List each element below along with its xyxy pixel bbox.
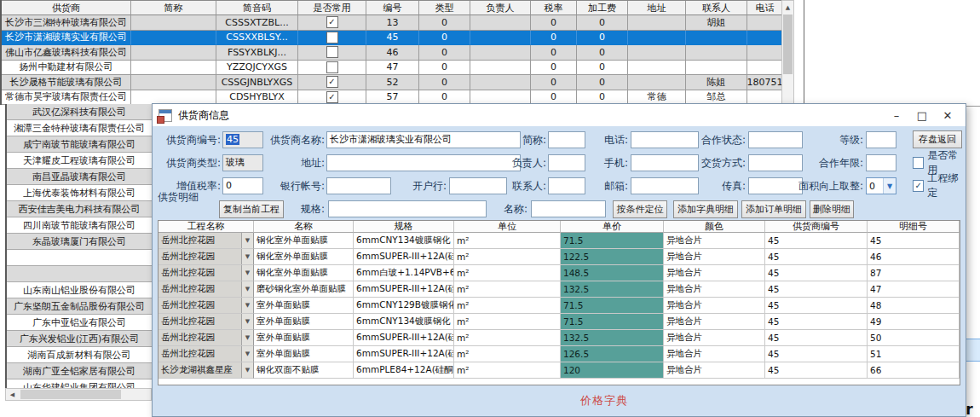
locate-by-condition-button[interactable]: 按条件定位 <box>613 200 667 218</box>
list-item[interactable]: 东晶玻璃厦门有限公司 <box>7 234 152 250</box>
color-cell[interactable]: 异地合片 <box>664 281 765 298</box>
checkbox-icon[interactable]: ✓ <box>913 180 924 192</box>
column-header-4[interactable]: 编号 <box>366 1 419 15</box>
color-cell[interactable]: 异地合片 <box>664 346 765 362</box>
project-name-cell[interactable]: 岳州北控花园▼ <box>159 233 254 249</box>
column-header-7[interactable]: 税率 <box>531 1 577 15</box>
detail-no-cell[interactable]: 66 <box>868 362 960 379</box>
dropdown-arrow-icon[interactable]: ▼ <box>241 314 253 329</box>
checkbox-icon[interactable] <box>913 157 924 169</box>
unit-cell[interactable]: m² <box>454 346 561 362</box>
supplier-no-cell[interactable]: 45 <box>765 346 868 362</box>
column-header-10[interactable]: 联系人 <box>686 1 747 15</box>
spec-cell[interactable]: 6mmSUPER-III+12A(硅... <box>354 281 454 298</box>
list-item[interactable]: 山东南山铝业股份有限公司 <box>7 282 152 298</box>
save-return-button[interactable]: 存盘返回 <box>913 130 962 148</box>
spec-cell[interactable]: 6mmSUPER-III+12A(硅... <box>354 249 454 265</box>
unit-cell[interactable]: m² <box>454 330 561 346</box>
checkbox-icon[interactable] <box>326 61 338 73</box>
dropdown-arrow-icon[interactable]: ▼ <box>241 249 253 264</box>
list-item[interactable] <box>7 250 152 266</box>
detail-row[interactable]: 岳州北控花园▼室外单面贴膜6mmCNY134镀膜钢化m²71.5异地合片4549 <box>159 314 960 330</box>
detail-row[interactable]: 岳州北控花园▼磨砂钢化室外单面贴膜6mmSUPER-III+12A(硅...m²… <box>159 281 960 298</box>
detail-no-cell[interactable]: 51 <box>868 346 960 362</box>
detail-column-header-4[interactable]: 单价 <box>561 221 664 233</box>
supplier-no-input[interactable]: 45 <box>222 131 263 148</box>
project-name-cell[interactable]: 岳州北控花园▼ <box>159 249 254 265</box>
detail-no-cell[interactable]: 45 <box>868 233 960 249</box>
table-row[interactable]: 长沙市三湘特种玻璃有限公司CSSSXTZBL...✓13000胡姐 <box>2 15 794 31</box>
list-item[interactable]: 湘潭三金特种玻璃有限责任公司 <box>7 120 152 136</box>
detail-column-header-0[interactable]: 工程名称 <box>159 221 254 233</box>
detail-row[interactable]: 岳州北控花园▼钢化室外单面贴膜6mm白玻+1.14PVB+6mm...m²148… <box>159 265 960 281</box>
bank-account-input[interactable] <box>326 177 391 194</box>
supplier-no-cell[interactable]: 45 <box>765 249 868 265</box>
name-cell[interactable]: 室外单面贴膜 <box>254 314 354 330</box>
column-header-3[interactable]: 是否常用 <box>298 1 366 15</box>
spec-filter-input[interactable] <box>328 200 487 217</box>
add-dictionary-detail-button[interactable]: 添加字典明细 <box>673 200 738 218</box>
list-item[interactable]: 上海优泰装饰材料有限公司 <box>7 185 152 201</box>
grade-input[interactable] <box>866 131 896 148</box>
detail-no-cell[interactable]: 46 <box>868 249 960 265</box>
dialog-title-bar[interactable]: 供货商信息 – □ ✕ <box>153 104 966 126</box>
name-filter-input[interactable] <box>531 200 606 217</box>
list-item[interactable]: 咸宁南玻节能玻璃有限公司 <box>7 136 152 153</box>
detail-column-header-7[interactable]: 明细号 <box>868 221 960 233</box>
detail-row[interactable]: 岳州北控花园▼钢化室外单面贴膜6mmCNY134镀膜钢化m²71.5异地合片45… <box>159 233 960 249</box>
dropdown-arrow-icon[interactable]: ▼ <box>241 346 253 362</box>
color-cell[interactable]: 异地合片 <box>664 314 765 330</box>
checkbox-icon[interactable] <box>326 32 338 43</box>
price-cell[interactable]: 122.5 <box>561 249 664 265</box>
supplier-list-hscrollbar[interactable]: ◀ <box>5 388 152 401</box>
checkbox-icon[interactable]: ✓ <box>326 91 338 103</box>
vat-input[interactable]: 0 <box>222 177 263 194</box>
list-item[interactable]: 天津耀皮工程玻璃有限公司 <box>7 153 152 169</box>
name-cell[interactable]: 钢化室外单面贴膜 <box>254 233 354 249</box>
name-cell[interactable]: 钢化双面不贴膜 <box>254 362 354 379</box>
color-cell[interactable]: 异地合片 <box>664 265 765 281</box>
color-cell[interactable]: 异地合片 <box>664 233 765 249</box>
close-icon[interactable]: ✕ <box>935 106 960 125</box>
scroll-left-icon[interactable]: ◀ <box>6 388 19 401</box>
checkbox-icon[interactable]: ✓ <box>326 76 338 88</box>
spec-cell[interactable]: 6mmCNY134镀膜钢化 <box>354 314 454 330</box>
bank-input[interactable] <box>449 177 507 194</box>
column-header-6[interactable]: 负责人 <box>470 1 531 15</box>
list-item[interactable]: 广东中亚铝业有限公司 <box>7 315 152 331</box>
list-item[interactable]: 广东坚朗五金制品股份有限公司 <box>7 298 152 315</box>
list-item[interactable]: 湖南百成新材料有限公司 <box>7 347 152 363</box>
price-cell[interactable]: 132.5 <box>561 330 664 346</box>
column-header-5[interactable]: 类型 <box>419 1 470 15</box>
spec-cell[interactable]: 6mmCNY129B镀膜钢化 <box>354 298 454 314</box>
supplier-no-cell[interactable]: 45 <box>765 233 868 249</box>
price-cell[interactable]: 71.5 <box>561 314 664 330</box>
supplier-no-cell[interactable]: 45 <box>765 298 868 314</box>
list-item[interactable]: 武汉亿深科技有限公司 <box>7 104 152 120</box>
price-cell[interactable]: 126.5 <box>561 346 664 362</box>
minimize-icon[interactable]: – <box>884 106 909 125</box>
dropdown-arrow-icon[interactable]: ▼ <box>241 298 253 313</box>
spec-cell[interactable]: 6mm白玻+1.14PVB+6mm... <box>354 265 454 281</box>
supplier-no-cell[interactable]: 45 <box>765 281 868 298</box>
chevron-down-icon[interactable]: ▼ <box>883 178 896 194</box>
spec-cell[interactable]: 6mmCNY134镀膜钢化 <box>354 233 454 249</box>
color-cell[interactable]: 异地合片 <box>664 362 765 379</box>
detail-row[interactable]: 岳州北控花园▼室外单面贴膜6mmSUPER-III+12A(硅...m²132.… <box>159 330 960 346</box>
contact-input[interactable] <box>548 177 585 194</box>
supplier-no-cell[interactable]: 45 <box>765 362 868 379</box>
list-item[interactable] <box>7 266 152 282</box>
supplier-no-cell[interactable]: 45 <box>765 265 868 281</box>
add-order-detail-button[interactable]: 添加订单明细 <box>741 200 806 218</box>
project-name-cell[interactable]: 长沙龙湖祺鑫星座▼ <box>159 362 254 379</box>
name-cell[interactable]: 室外单面贴膜 <box>254 330 354 346</box>
name-cell[interactable]: 磨砂钢化室外单面贴膜 <box>254 281 354 298</box>
price-cell[interactable]: 132.5 <box>561 281 664 298</box>
address-input[interactable] <box>326 154 521 171</box>
project-name-cell[interactable]: 岳州北控花园▼ <box>159 281 254 298</box>
price-cell[interactable]: 120 <box>561 362 664 379</box>
detail-row[interactable]: 岳州北控花园▼钢化室外单面贴膜6mmSUPER-III+12A(硅...m²12… <box>159 249 960 265</box>
price-cell[interactable]: 148.5 <box>561 265 664 281</box>
dropdown-arrow-icon[interactable]: ▼ <box>241 362 253 378</box>
unit-cell[interactable]: m² <box>454 281 561 298</box>
